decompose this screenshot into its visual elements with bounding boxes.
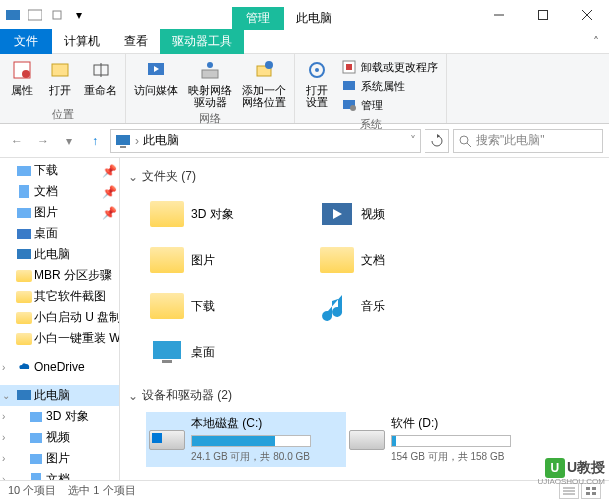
svg-rect-48 xyxy=(162,360,172,363)
tab-file[interactable]: 文件 xyxy=(0,29,52,54)
maximize-button[interactable] xyxy=(521,1,565,29)
svg-rect-47 xyxy=(153,341,181,359)
svg-rect-31 xyxy=(19,185,29,198)
svg-rect-34 xyxy=(17,249,31,259)
drive-c[interactable]: 本地磁盘 (C:) 24.1 GB 可用，共 80.0 GB xyxy=(146,412,346,467)
rename-button[interactable]: 重命名 xyxy=(80,56,121,98)
folder-music[interactable]: 音乐 xyxy=(316,285,486,327)
folder-3dobjects[interactable]: 3D 对象 xyxy=(146,193,316,235)
svg-rect-2 xyxy=(53,11,61,19)
folder-documents[interactable]: 文档 xyxy=(316,239,486,281)
tab-view[interactable]: 查看 xyxy=(112,29,160,54)
svg-rect-56 xyxy=(586,492,590,495)
tree-item-onedrive[interactable]: ›OneDrive xyxy=(0,357,119,377)
refresh-button[interactable] xyxy=(425,129,449,153)
group-header-folders[interactable]: ⌄ 文件夹 (7) xyxy=(128,164,601,189)
svg-rect-36 xyxy=(30,412,42,422)
breadcrumb-location: 此电脑 xyxy=(143,132,179,149)
svg-rect-39 xyxy=(31,473,41,481)
tree-item-desktop[interactable]: 桌面 xyxy=(0,223,119,244)
qat-item[interactable] xyxy=(26,6,44,24)
svg-rect-25 xyxy=(116,135,130,145)
svg-rect-4 xyxy=(539,11,548,20)
close-button[interactable] xyxy=(565,1,609,29)
svg-marker-27 xyxy=(437,134,440,138)
minimize-button[interactable] xyxy=(477,1,521,29)
svg-rect-32 xyxy=(17,208,31,218)
qat-item[interactable] xyxy=(48,6,66,24)
svg-point-24 xyxy=(350,105,356,111)
map-drive-button[interactable]: 映射网络 驱动器 xyxy=(184,56,236,110)
tree-item-folder[interactable]: 小白一键重装 Win10 xyxy=(0,328,119,349)
nav-back-button[interactable]: ← xyxy=(6,130,28,152)
svg-point-19 xyxy=(315,68,319,72)
tree-item-folder[interactable]: 小白启动 U 盘制作步 xyxy=(0,307,119,328)
tree-item-thispc[interactable]: 此电脑 xyxy=(0,244,119,265)
svg-point-17 xyxy=(265,61,273,69)
navigation-tree[interactable]: 下载📌 文档📌 图片📌 桌面 此电脑 MBR 分区步骤 其它软件截图 小白启动 … xyxy=(0,158,120,480)
open-settings-button[interactable]: 打开 设置 xyxy=(299,56,335,110)
tab-drive-tools[interactable]: 驱动器工具 xyxy=(160,29,244,54)
tree-item-pictures[interactable]: 图片📌 xyxy=(0,202,119,223)
tree-item-thispc-main[interactable]: ⌄此电脑 xyxy=(0,385,119,406)
app-icon[interactable] xyxy=(4,6,22,24)
svg-rect-0 xyxy=(6,10,20,20)
uninstall-programs-button[interactable]: 卸载或更改程序 xyxy=(339,58,440,76)
chevron-down-icon: ⌄ xyxy=(128,170,138,184)
svg-rect-54 xyxy=(586,487,590,490)
svg-rect-22 xyxy=(343,81,355,90)
status-item-count: 10 个项目 xyxy=(8,483,56,498)
svg-rect-1 xyxy=(28,10,42,20)
svg-rect-9 xyxy=(52,64,68,76)
svg-rect-57 xyxy=(592,492,596,495)
tab-computer[interactable]: 计算机 xyxy=(52,29,112,54)
this-pc-icon xyxy=(115,133,131,149)
svg-line-29 xyxy=(467,143,471,147)
svg-rect-14 xyxy=(202,70,218,78)
add-network-button[interactable]: 添加一个 网络位置 xyxy=(238,56,290,110)
ribbon-collapse-button[interactable]: ˄ xyxy=(583,35,609,49)
chevron-down-icon[interactable]: ˅ xyxy=(410,134,416,148)
window-title: 此电脑 xyxy=(284,7,344,30)
svg-rect-38 xyxy=(30,454,42,464)
group-header-network[interactable]: ⌄ 网络位置 (1) xyxy=(128,477,601,480)
breadcrumb[interactable]: › 此电脑 ˅ xyxy=(110,129,421,153)
svg-rect-37 xyxy=(30,433,42,443)
folder-downloads[interactable]: 下载 xyxy=(146,285,316,327)
tree-item-folder[interactable]: 其它软件截图 xyxy=(0,286,119,307)
tree-item-downloads[interactable]: 下载📌 xyxy=(0,160,119,181)
capacity-bar xyxy=(391,435,511,447)
open-button[interactable]: 打开 xyxy=(42,56,78,98)
search-icon xyxy=(458,134,472,148)
svg-rect-35 xyxy=(17,390,31,400)
nav-up-button[interactable]: ↑ xyxy=(84,130,106,152)
svg-rect-33 xyxy=(17,229,31,239)
context-tab-manage[interactable]: 管理 xyxy=(232,7,284,30)
system-properties-button[interactable]: 系统属性 xyxy=(339,77,440,95)
drive-d[interactable]: 软件 (D:) 154 GB 可用，共 158 GB xyxy=(346,412,546,467)
search-input[interactable]: 搜索"此电脑" xyxy=(453,129,603,153)
svg-point-28 xyxy=(460,136,468,144)
access-media-button[interactable]: 访问媒体 xyxy=(130,56,182,98)
chevron-down-icon: ⌄ xyxy=(128,389,138,403)
tree-item-documents[interactable]: 文档📌 xyxy=(0,181,119,202)
manage-button[interactable]: 管理 xyxy=(339,96,440,114)
svg-point-15 xyxy=(207,62,213,68)
tree-item-pictures[interactable]: ›图片 xyxy=(0,448,119,469)
properties-button[interactable]: 属性 xyxy=(4,56,40,98)
tree-item-3dobjects[interactable]: ›3D 对象 xyxy=(0,406,119,427)
svg-point-8 xyxy=(22,70,30,78)
status-selected-count: 选中 1 个项目 xyxy=(68,483,135,498)
qat-dropdown[interactable]: ▾ xyxy=(70,6,88,24)
folder-videos[interactable]: 视频 xyxy=(316,193,486,235)
svg-rect-21 xyxy=(346,64,352,70)
nav-recent-button[interactable]: ▾ xyxy=(58,130,80,152)
nav-forward-button[interactable]: → xyxy=(32,130,54,152)
tree-item-documents[interactable]: ›文档 xyxy=(0,469,119,480)
content-pane[interactable]: ⌄ 文件夹 (7) 3D 对象 视频 图片 文档 下载 音乐 桌面 ⌄ 设备和驱… xyxy=(120,158,609,480)
tree-item-videos[interactable]: ›视频 xyxy=(0,427,119,448)
folder-pictures[interactable]: 图片 xyxy=(146,239,316,281)
tree-item-folder[interactable]: MBR 分区步骤 xyxy=(0,265,119,286)
group-header-drives[interactable]: ⌄ 设备和驱动器 (2) xyxy=(128,383,601,408)
folder-desktop[interactable]: 桌面 xyxy=(146,331,316,373)
